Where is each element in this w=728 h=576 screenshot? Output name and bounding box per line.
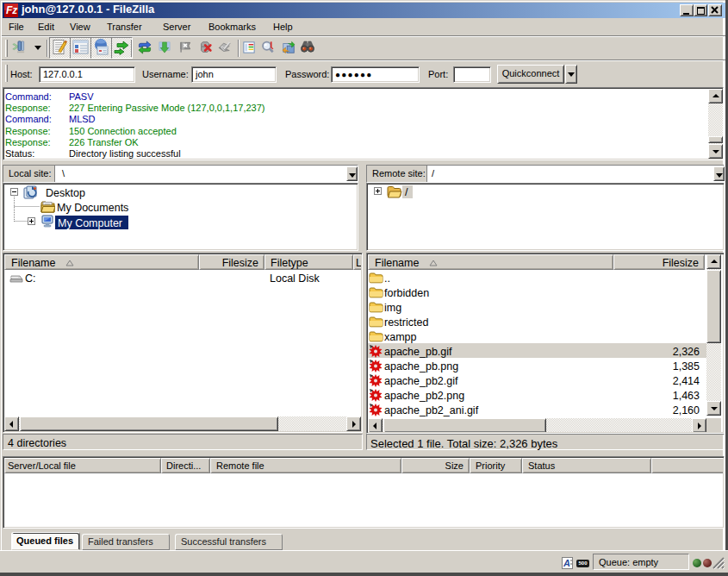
svg-text:Fz: Fz	[6, 4, 17, 16]
